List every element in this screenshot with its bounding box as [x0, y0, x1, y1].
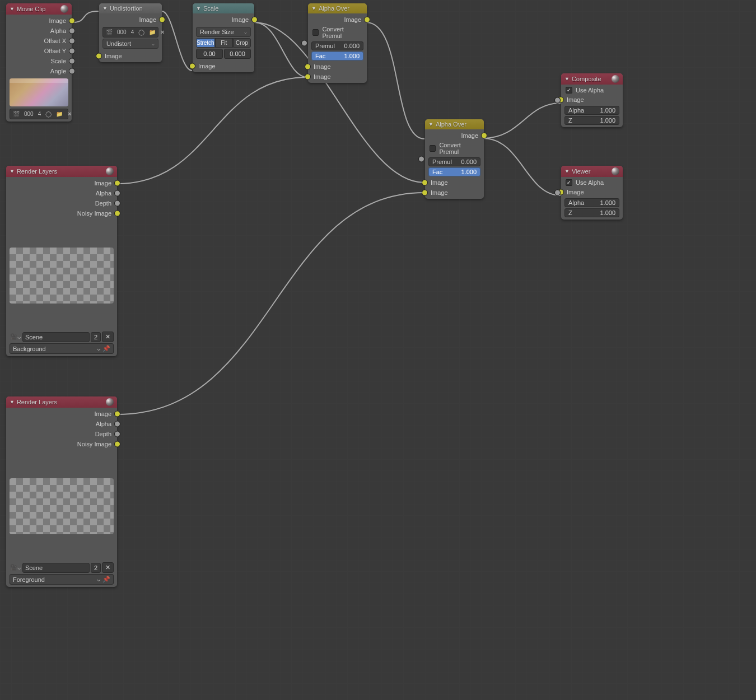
render-layer-select[interactable]: Foreground⌵ 📌: [10, 574, 114, 585]
output-socket[interactable]: Noisy Image: [6, 208, 117, 218]
node-header[interactable]: ▼ Undistortion: [99, 3, 162, 13]
node-header[interactable]: ▼ Render Layers: [6, 396, 117, 408]
scene-users[interactable]: 2: [91, 563, 101, 573]
scale-fit-group[interactable]: Stretch Fit Crop: [196, 38, 251, 48]
use-alpha-checkbox[interactable]: Use Alpha: [561, 86, 623, 95]
output-socket[interactable]: Scale: [6, 56, 72, 66]
input-socket[interactable]: Image: [99, 51, 162, 61]
output-socket[interactable]: Image: [425, 130, 484, 141]
close-icon[interactable]: ✕: [102, 332, 114, 342]
premul-field[interactable]: Premul0.000: [311, 41, 363, 50]
output-socket[interactable]: Alpha: [6, 419, 117, 429]
alpha-field[interactable]: Alpha1.000: [564, 198, 619, 207]
output-socket[interactable]: Offset X: [6, 36, 72, 46]
output-socket[interactable]: Alpha: [6, 188, 117, 198]
scene-icon[interactable]: 🎥⌵: [10, 564, 21, 571]
preview-sphere-icon[interactable]: [106, 398, 114, 406]
node-header[interactable]: ▼ Viewer: [561, 166, 623, 177]
node-render-layers[interactable]: ▼ Render Layers Image Alpha Depth Noisy …: [6, 396, 117, 587]
distortion-mode-select[interactable]: Undistort⌵: [102, 39, 158, 49]
node-header[interactable]: ▼ Alpha Over: [425, 119, 484, 129]
output-socket[interactable]: Image: [308, 15, 367, 25]
output-socket[interactable]: Image: [6, 178, 117, 188]
scene-users[interactable]: 2: [91, 332, 101, 342]
node-undistortion[interactable]: ▼ Undistortion Image 🎬 000 4 ◯ 📁 ✕ Undis…: [99, 3, 162, 62]
input-socket[interactable]: Image: [561, 187, 623, 197]
output-socket[interactable]: Depth: [6, 198, 117, 208]
collapse-icon[interactable]: ▼: [564, 76, 570, 82]
premul-field[interactable]: Premul0.000: [428, 157, 480, 166]
collapse-icon[interactable]: ▼: [196, 6, 201, 11]
node-scale[interactable]: ▼ Scale Image Render Size⌵ Stretch Fit C…: [193, 3, 254, 72]
node-editor[interactable]: ▼ Movie Clip Image Alpha Offset X Offset…: [0, 0, 756, 700]
fac-field[interactable]: Fac1.000: [428, 167, 480, 176]
input-socket[interactable]: Image: [308, 62, 367, 72]
node-movie-clip[interactable]: ▼ Movie Clip Image Alpha Offset X Offset…: [6, 3, 72, 122]
collapse-icon[interactable]: ▼: [311, 6, 316, 11]
output-socket[interactable]: Noisy Image: [6, 439, 117, 449]
node-header[interactable]: ▼ Scale: [193, 3, 254, 13]
use-alpha-checkbox[interactable]: Use Alpha: [561, 178, 623, 187]
convert-premul-checkbox[interactable]: Convert Premul: [425, 141, 484, 156]
crop-button[interactable]: Crop: [233, 38, 251, 48]
scale-x-field[interactable]: 0.00: [196, 49, 223, 59]
folder-icon[interactable]: 📁: [147, 29, 157, 36]
node-viewer[interactable]: ▼ Viewer Use Alpha Image Alpha1.000 Z1.0…: [561, 166, 623, 220]
scale-mode-select[interactable]: Render Size⌵: [196, 27, 251, 37]
output-socket[interactable]: Image: [6, 16, 72, 26]
output-socket[interactable]: Depth: [6, 429, 117, 439]
scene-icon[interactable]: 🎥⌵: [10, 333, 21, 340]
node-title: Movie Clip: [17, 6, 45, 12]
preview-sphere-icon[interactable]: [60, 5, 68, 13]
z-field[interactable]: Z1.000: [564, 208, 619, 217]
output-socket[interactable]: Angle: [6, 66, 72, 76]
close-icon[interactable]: ✕: [158, 29, 166, 36]
input-socket[interactable]: Image: [425, 178, 484, 188]
collapse-icon[interactable]: ▼: [428, 122, 433, 127]
close-icon[interactable]: ✕: [66, 110, 73, 118]
preview-sphere-icon[interactable]: [106, 167, 114, 175]
node-header[interactable]: ▼ Composite: [561, 73, 623, 85]
output-socket[interactable]: Image: [99, 15, 162, 25]
z-field[interactable]: Z1.000: [564, 116, 619, 125]
clip-selector[interactable]: 🎬 000 4 ◯ 📁 ✕: [10, 109, 68, 119]
node-composite[interactable]: ▼ Composite Use Alpha Image Alpha1.000 Z…: [561, 73, 623, 127]
collapse-icon[interactable]: ▼: [10, 399, 15, 405]
collapse-icon[interactable]: ▼: [10, 6, 15, 12]
preview-sphere-icon[interactable]: [612, 75, 619, 83]
clip-icon: 🎬: [104, 29, 114, 36]
close-icon[interactable]: ✕: [102, 562, 114, 573]
folder-icon[interactable]: 📁: [54, 110, 64, 118]
pin-icon[interactable]: 📌: [102, 345, 110, 352]
input-socket[interactable]: Image: [308, 72, 367, 82]
node-alpha-over[interactable]: ▼ Alpha Over Image Convert Premul Premul…: [308, 3, 367, 83]
convert-premul-checkbox[interactable]: Convert Premul: [308, 25, 367, 40]
pin-icon[interactable]: 📌: [102, 576, 110, 582]
fac-field[interactable]: Fac1.000: [311, 52, 363, 60]
render-layer-select[interactable]: Background⌵ 📌: [10, 343, 114, 354]
scene-select[interactable]: Scene: [22, 563, 90, 573]
input-socket[interactable]: Image: [193, 61, 254, 71]
output-socket[interactable]: Offset Y: [6, 46, 72, 56]
scale-y-field[interactable]: 0.000: [224, 49, 251, 59]
collapse-icon[interactable]: ▼: [10, 169, 15, 174]
node-header[interactable]: ▼ Alpha Over: [308, 3, 367, 13]
input-socket[interactable]: Image: [561, 95, 623, 105]
output-socket[interactable]: Image: [6, 409, 117, 419]
scene-select[interactable]: Scene: [22, 332, 90, 342]
input-socket[interactable]: Image: [425, 188, 484, 198]
node-render-layers[interactable]: ▼ Render Layers Image Alpha Depth Noisy …: [6, 166, 117, 356]
stretch-button[interactable]: Stretch: [196, 38, 215, 48]
preview-sphere-icon[interactable]: [612, 167, 619, 175]
node-header[interactable]: ▼ Movie Clip: [6, 3, 72, 15]
output-socket[interactable]: Image: [193, 15, 254, 25]
collapse-icon[interactable]: ▼: [564, 169, 570, 174]
output-socket[interactable]: Alpha: [6, 26, 72, 36]
node-alpha-over[interactable]: ▼ Alpha Over Image Convert Premul Premul…: [425, 119, 484, 199]
alpha-field[interactable]: Alpha1.000: [564, 106, 619, 115]
node-header[interactable]: ▼ Render Layers: [6, 166, 117, 177]
node-title: Scale: [203, 5, 219, 12]
fit-button[interactable]: Fit: [215, 38, 233, 48]
collapse-icon[interactable]: ▼: [102, 6, 108, 11]
clip-selector[interactable]: 🎬 000 4 ◯ 📁 ✕: [102, 27, 158, 38]
